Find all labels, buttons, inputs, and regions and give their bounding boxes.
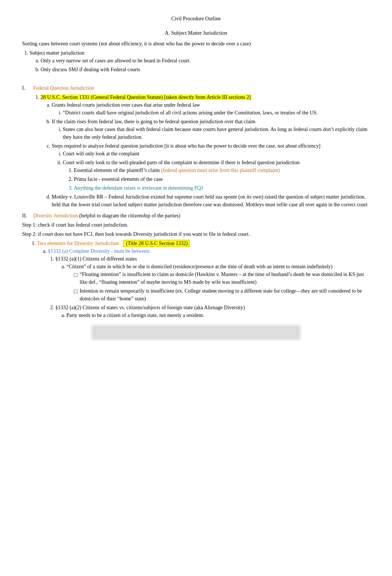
fqj-c-ii-1: Essential elements of the plaintiff’s cl… [74,166,370,174]
complete-diversity-text: §1332 (a) Complete Diversity - must be b… [48,248,150,254]
section-II-content: Diversity Jurisdiction (helpful to diagr… [33,212,370,220]
fqj-c: Steps required to analyze federal questi… [52,142,370,192]
diff-states-text: §1332 (a)(1) Citizens of different state… [55,256,137,262]
alienage-alpha: Party needs to be a citizen of a foreign… [66,311,370,319]
fqj-list: 28 U.S.C. Section 1331 (General Federal … [41,93,370,208]
temp-intention-bullet: □ Intention to remain temporarily is ins… [74,287,370,303]
two-elements-text: Two elements for Diversity Jurisdiction [37,241,119,246]
diff-states-a: “Citizen” of a state in which he or she … [66,263,370,303]
fqj-c-roman: Court will only look at the complaint Co… [63,150,370,192]
fqj-a: Grants federal courts jurisdiction over … [52,101,370,117]
fqj-c-ii-2: Prima facie - essential elements of the … [74,175,370,183]
smj-label: Subject matter jurisdiction [30,50,85,56]
title-28-box: (Title 28 U.S.C Section 1332) [123,240,190,247]
fqj-1-text: Essential elements of the plaintiff’s cl… [74,168,161,173]
diversity-numbered: Two elements for Diversity Jurisdiction … [37,239,370,319]
fqj-a-i: “District courts shall have original jur… [63,109,370,117]
fqj-b-text: If the claim rises from federal law, the… [52,119,255,124]
fqj-d: Mottley v. Louisville RR – Federal Juris… [52,193,370,208]
section-I: I. Federal Question Jurisdiction 28 U.S.… [22,84,370,210]
bullet-square-2: □ [74,287,78,296]
alienage-a: Party needs to be a citizen of a foreign… [66,311,370,319]
floating-intention-bullet: □ “Floating intention” is insufficient t… [74,270,370,286]
diversity-items: Two elements for Diversity Jurisdiction … [37,239,370,319]
fqj-c-ii: Court will only look to the well-pleaded… [63,159,370,192]
fqj-b: If the claim rises from federal law, the… [52,118,370,141]
fqj-item-1: 28 U.S.C. Section 1331 (General Federal … [41,93,370,208]
fqj-b-roman: States can also hear cases that deal wit… [63,125,370,141]
section-II: II. Diversity Jurisdiction (helpful to d… [22,212,370,220]
roman-I-label: I. [22,84,33,210]
diversity-title: Diversity Jurisdiction [33,213,78,218]
statute-highlight: 28 U.S.C. Section 1331 (General Federal … [41,94,251,100]
diff-states-alpha: “Citizen” of a state in which he or she … [66,263,370,303]
fqj-sub-alpha: Grants federal courts jurisdiction over … [52,101,370,208]
blurred-content [92,325,300,340]
diversity-item-1: Two elements for Diversity Jurisdiction … [37,239,370,319]
fqj-c-ii-3: Anything the defendant raises is irrelev… [74,184,370,192]
floating-intention-text: “Floating intention” is insufficient to … [80,270,370,286]
smj-item-a: Only a very narrow set of cases are allo… [41,57,370,65]
fqj-a-text: Grants federal courts jurisdiction over … [52,102,200,108]
diversity-a-1: §1332 (a)(1) Citizens of different state… [55,255,370,303]
diversity-alpha: §1332 (a) Complete Diversity - must be b… [48,247,370,319]
list-item-smj: Subject matter jurisdiction Only a very … [30,49,370,73]
fqj-c-i: Court will only look at the complaint [63,150,370,158]
alienage-text: §1332 (a)(2) Citizens of states vs. citi… [55,305,245,310]
fqj-c-ii-text: Court will only look to the well-pleaded… [63,160,300,165]
citizen-bullets: □ “Floating intention” is insufficient t… [74,270,370,303]
main-numbered-list: Subject matter jurisdiction Only a very … [30,49,370,73]
section-a-title: A. Subject Matter Jurisdiction [22,29,370,37]
fqj-c-text: Steps required to analyze federal questi… [52,143,320,149]
diversity-title-suffix: (helpful to diagram the citizenship of t… [78,213,180,218]
fqj-a-roman: “District courts shall have original jur… [63,109,370,117]
diversity-a-numbered: §1332 (a)(1) Citizens of different state… [55,255,370,319]
smj-item-b: Only discuss SMJ if dealing with Federal… [41,66,370,73]
step1: Step 1: check if court has federal court… [22,221,370,229]
smj-sub-list: Only a very narrow set of cases are allo… [41,57,370,73]
intro-text: Sorting cases between court systems (not… [22,40,370,48]
page-title: Civil Procedure Outline [22,15,370,23]
roman-II-label: II. [22,212,33,220]
diversity-a-2: §1332 (a)(2) Citizens of states vs. citi… [55,304,370,319]
step2: Step 2: if court does not have FCJ, then… [22,230,370,238]
fqj-b-i: States can also hear cases that deal wit… [63,125,370,141]
section-I-content: Federal Question Jurisdiction 28 U.S.C. … [33,84,370,210]
title-28-highlight: (Title 28 U.S.C Section 1332) [120,240,190,247]
fqj-c-ii-numbered: Essential elements of the plaintiff’s cl… [74,166,370,192]
diversity-a: §1332 (a) Complete Diversity - must be b… [48,247,370,319]
bullet-square-1: □ [74,270,78,279]
fqj-1-colored: (federal question must arise from this p… [161,168,280,173]
temp-intention-text: Intention to remain temporarily is insuf… [80,287,370,303]
citizen-def-text: “Citizen” of a state in which he or she … [66,264,333,269]
federal-question-title: Federal Question Jurisdiction [33,85,94,91]
